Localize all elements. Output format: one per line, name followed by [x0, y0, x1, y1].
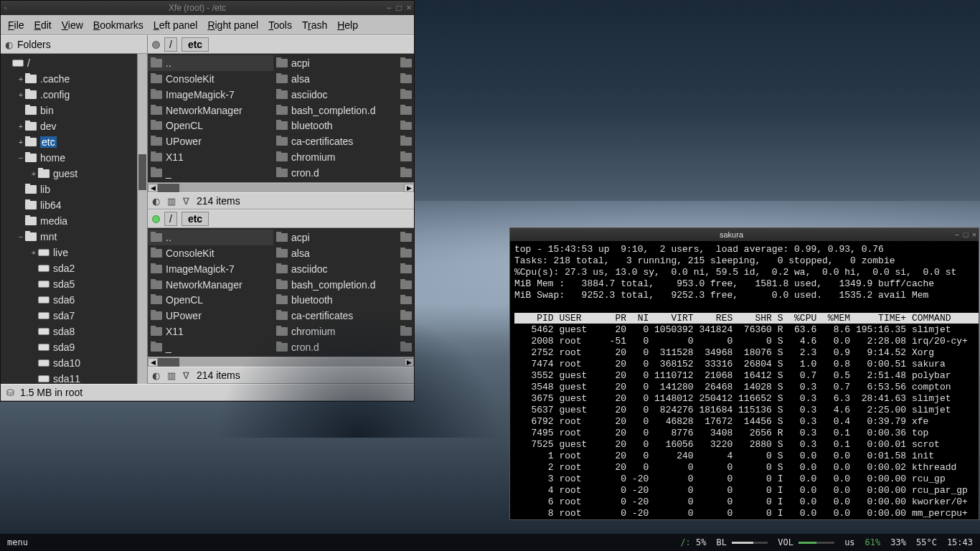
tree-item-[interactable]: /: [1, 55, 147, 71]
file-item[interactable]: alsa: [273, 71, 399, 87]
scroll-right-icon[interactable]: ▶: [404, 184, 414, 192]
menu-left-panel[interactable]: Left panel: [154, 19, 198, 31]
file-item[interactable]: chromium: [273, 324, 399, 339]
file-item[interactable]: acpi: [273, 55, 399, 71]
scroll-thumb[interactable]: [158, 184, 179, 192]
file-item[interactable]: ca-certificates: [273, 308, 399, 324]
file-item[interactable]: OpenCL: [148, 293, 273, 309]
menu-bookmarks[interactable]: Bookmarks: [93, 19, 143, 31]
expander-icon[interactable]: +: [17, 122, 25, 131]
tree-item-lib[interactable]: lib: [1, 182, 147, 197]
tree-item-sda7[interactable]: sda7: [1, 308, 147, 324]
folders-tree[interactable]: /+.cache+.configbin+dev+etc−home+guestli…: [1, 54, 147, 384]
file-item[interactable]: NetworkManager: [148, 103, 273, 118]
file-item[interactable]: NetworkManager: [148, 277, 273, 293]
expander-icon[interactable]: +: [17, 138, 25, 146]
crumb-etc[interactable]: etc: [182, 37, 209, 52]
file-item[interactable]: ConsoleKit: [148, 245, 273, 261]
crumb-root[interactable]: /: [164, 212, 177, 226]
file-item[interactable]: X11: [148, 149, 273, 165]
menu-file[interactable]: File: [8, 19, 24, 31]
top-panel-files[interactable]: ..ConsoleKitImageMagick-7NetworkManagerO…: [148, 54, 414, 182]
close-button[interactable]: ×: [970, 230, 979, 239]
scroll-left-icon[interactable]: ◀: [148, 184, 158, 192]
top-panel-hscroll[interactable]: ◀ ▶: [148, 182, 414, 192]
tree-item-guest[interactable]: +guest: [1, 166, 147, 182]
filter-icon[interactable]: ∇: [183, 370, 189, 381]
keyboard-layout[interactable]: us: [844, 537, 854, 547]
file-item[interactable]: alsa: [273, 245, 399, 261]
terminal-output[interactable]: top - 15:43:53 up 9:10, 2 users, load av…: [510, 241, 979, 519]
tree-item-bin[interactable]: bin: [1, 103, 147, 118]
file-item[interactable]: _: [148, 339, 273, 355]
file-item[interactable]: X11: [148, 324, 273, 339]
hidden-files-icon[interactable]: ◐: [152, 370, 160, 381]
file-item[interactable]: cron.d: [273, 339, 399, 355]
tree-item-mnt[interactable]: −mnt: [1, 229, 147, 245]
file-item[interactable]: ca-certificates: [273, 133, 399, 149]
thumbnails-icon[interactable]: ▥: [167, 370, 176, 381]
maximize-button[interactable]: □: [394, 3, 404, 13]
panel-active-dot[interactable]: [152, 41, 160, 49]
tree-item-sda9[interactable]: sda9: [1, 339, 147, 355]
file-item[interactable]: asciidoc: [273, 261, 399, 277]
maximize-button[interactable]: □: [961, 230, 970, 239]
expander-icon[interactable]: −: [17, 154, 25, 162]
file-item[interactable]: bash_completion.d: [273, 103, 399, 118]
tree-item-sda2[interactable]: sda2: [1, 260, 147, 276]
expander-icon[interactable]: −: [17, 232, 25, 241]
volume-widget[interactable]: VOL: [778, 537, 834, 547]
window-menu-icon[interactable]: ◦: [1, 3, 11, 13]
tree-item-sda6[interactable]: sda6: [1, 292, 147, 308]
file-item[interactable]: bluetooth: [273, 118, 399, 134]
scroll-track[interactable]: [158, 358, 404, 367]
file-item[interactable]: OpenCL: [148, 118, 273, 134]
sakura-titlebar[interactable]: sakura − □ ×: [510, 228, 979, 241]
menu-launcher[interactable]: menu: [7, 537, 28, 547]
file-item[interactable]: ..: [148, 55, 273, 71]
file-item[interactable]: bash_completion.d: [273, 277, 399, 293]
file-item[interactable]: UPower: [148, 308, 273, 324]
crumb-root[interactable]: /: [164, 37, 177, 52]
xfe-titlebar[interactable]: ◦ Xfe (root) - /etc − □ ×: [1, 1, 414, 15]
tree-item-lib64[interactable]: lib64: [1, 197, 147, 213]
hidden-files-icon[interactable]: ◐: [152, 196, 160, 207]
tree-item-live[interactable]: +live: [1, 245, 147, 260]
file-item[interactable]: acpi: [273, 230, 399, 245]
menu-help[interactable]: Help: [337, 19, 358, 31]
menu-tools[interactable]: Tools: [268, 19, 292, 31]
tree-item-sda10[interactable]: sda10: [1, 355, 147, 371]
crumb-etc[interactable]: etc: [182, 212, 209, 226]
tree-item-config[interactable]: +.config: [1, 87, 147, 103]
hidden-toggle-icon[interactable]: ◐: [5, 39, 13, 50]
scroll-track[interactable]: [158, 184, 404, 192]
file-item[interactable]: bluetooth: [273, 293, 399, 309]
scroll-thumb[interactable]: [158, 358, 179, 367]
tree-scroll-thumb[interactable]: [138, 154, 146, 190]
close-button[interactable]: ×: [404, 3, 414, 13]
file-item[interactable]: ..: [148, 230, 273, 245]
filter-icon[interactable]: ∇: [183, 196, 189, 207]
menu-view[interactable]: View: [62, 19, 83, 31]
tree-item-sda8[interactable]: sda8: [1, 324, 147, 339]
file-item[interactable]: _: [148, 165, 273, 181]
file-item[interactable]: chromium: [273, 149, 399, 165]
thumbnails-icon[interactable]: ▥: [167, 196, 176, 207]
file-item[interactable]: cron.d: [273, 165, 399, 181]
file-item[interactable]: ImageMagick-7: [148, 87, 273, 103]
tree-item-etc[interactable]: +etc: [1, 134, 147, 150]
expander-icon[interactable]: +: [29, 169, 38, 178]
tree-item-media[interactable]: media: [1, 213, 147, 229]
menu-trash[interactable]: Trash: [302, 19, 327, 31]
panel-active-dot[interactable]: [152, 215, 160, 223]
expander-icon[interactable]: +: [17, 75, 25, 83]
tree-item-cache[interactable]: +.cache: [1, 71, 147, 87]
tree-item-sda11[interactable]: sda11: [1, 371, 147, 384]
scroll-right-icon[interactable]: ▶: [404, 358, 414, 367]
tree-item-home[interactable]: −home: [1, 150, 147, 166]
file-item[interactable]: asciidoc: [273, 87, 399, 103]
tree-item-dev[interactable]: +dev: [1, 118, 147, 134]
scroll-left-icon[interactable]: ◀: [148, 358, 158, 367]
file-item[interactable]: ConsoleKit: [148, 71, 273, 87]
brightness-widget[interactable]: BL: [717, 537, 768, 547]
